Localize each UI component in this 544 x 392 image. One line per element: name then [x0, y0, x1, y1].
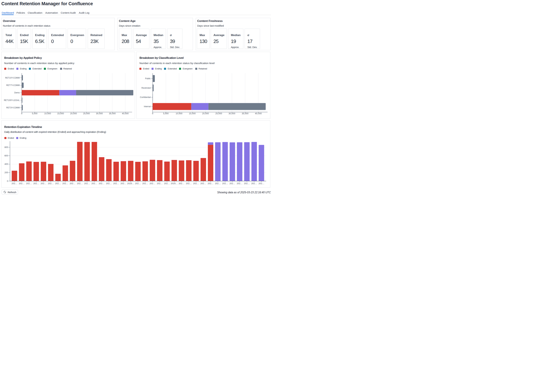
svg-text:Restricted: Restricted [142, 87, 151, 89]
svg-text:202…: 202… [164, 182, 170, 185]
svg-text:202…: 202… [48, 182, 54, 185]
svg-text:202…: 202… [135, 182, 141, 185]
svg-text:40,000: 40,000 [122, 112, 129, 115]
svg-text:202…: 202… [99, 182, 105, 185]
svg-text:5,000: 5,000 [163, 112, 169, 115]
svg-text:40,000: 40,000 [255, 112, 262, 115]
svg-text:202…: 202… [201, 182, 206, 185]
svg-text:200: 200 [4, 171, 8, 174]
svg-text:202…: 202… [251, 182, 257, 185]
svg-text:202…: 202… [237, 182, 243, 185]
svg-text:30,000: 30,000 [229, 112, 235, 115]
svg-text:202…: 202… [62, 182, 68, 185]
svg-text:400: 400 [4, 163, 8, 165]
svg-text:Internal: Internal [144, 105, 151, 108]
svg-text:RET100Y-LEGAL: RET100Y-LEGAL [4, 99, 20, 101]
svg-text:5,000: 5,000 [32, 112, 37, 115]
svg-text:202…: 202… [178, 182, 184, 185]
svg-text:35,000: 35,000 [109, 112, 116, 115]
svg-text:202…: 202… [157, 182, 163, 185]
svg-text:202…: 202… [230, 182, 235, 185]
svg-text:10,000: 10,000 [176, 112, 182, 115]
svg-text:202…: 202… [12, 182, 17, 185]
svg-text:202…: 202… [26, 182, 32, 185]
svg-text:2025…: 2025… [127, 182, 134, 185]
svg-text:2025…: 2025… [171, 182, 178, 185]
svg-text:202…: 202… [84, 182, 90, 185]
svg-text:0: 0 [7, 180, 8, 182]
svg-text:0: 0 [21, 112, 22, 115]
svg-text:20,000: 20,000 [70, 112, 77, 115]
svg-text:202…: 202… [259, 182, 264, 185]
svg-text:202…: 202… [19, 182, 25, 185]
svg-text:RET10Y-COMM: RET10Y-COMM [5, 77, 20, 79]
svg-text:202…: 202… [106, 182, 112, 185]
svg-text:15,000: 15,000 [57, 112, 64, 115]
svg-text:35,000: 35,000 [242, 112, 248, 115]
svg-text:600: 600 [4, 154, 8, 157]
svg-text:202…: 202… [41, 182, 46, 185]
svg-text:202…: 202… [91, 182, 97, 185]
svg-text:Demo: Demo [14, 92, 20, 94]
svg-text:202…: 202… [77, 182, 83, 185]
svg-text:202…: 202… [186, 182, 192, 185]
svg-text:202…: 202… [244, 182, 250, 185]
svg-text:15,000: 15,000 [189, 112, 196, 115]
svg-text:30,000: 30,000 [96, 112, 103, 115]
svg-text:RET7Y-COMM: RET7Y-COMM [6, 84, 20, 86]
svg-text:202…: 202… [149, 182, 155, 185]
svg-text:202…: 202… [120, 182, 126, 185]
svg-text:202…: 202… [55, 182, 61, 185]
svg-text:202…: 202… [215, 182, 221, 185]
svg-text:25,000: 25,000 [83, 112, 90, 115]
svg-text:202…: 202… [142, 182, 148, 185]
svg-text:25,000: 25,000 [215, 112, 222, 115]
svg-text:202…: 202… [113, 182, 119, 185]
svg-text:202…: 202… [33, 182, 39, 185]
svg-text:Public: Public [145, 77, 151, 80]
svg-text:202…: 202… [222, 182, 228, 185]
svg-text:Confidential: Confidential [140, 96, 150, 98]
svg-text:800: 800 [4, 146, 8, 149]
svg-text:202…: 202… [208, 182, 214, 185]
svg-text:0: 0 [152, 112, 153, 115]
svg-text:20,000: 20,000 [202, 112, 209, 115]
svg-text:202…: 202… [193, 182, 199, 185]
svg-text:10,000: 10,000 [44, 112, 51, 115]
svg-text:202…: 202… [70, 182, 76, 185]
svg-text:RET3Y-COMM: RET3Y-COMM [6, 107, 20, 109]
